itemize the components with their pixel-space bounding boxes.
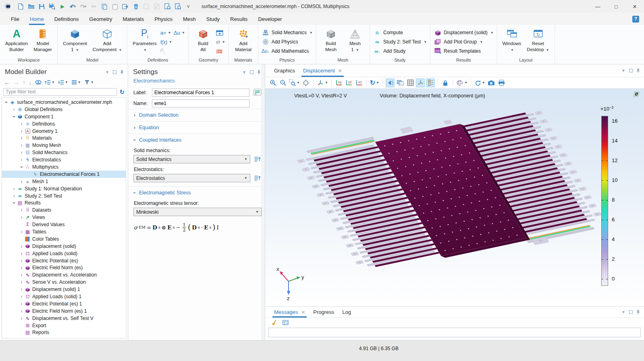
tree-expander-icon[interactable]: › xyxy=(19,164,25,169)
tree-item-solid-mechanics[interactable]: ›⊟Solid Mechanics xyxy=(2,149,126,156)
messages-tab-messages[interactable]: Messages✕ xyxy=(270,307,309,318)
tree-expander-icon[interactable]: › xyxy=(19,294,24,299)
save-search-icon[interactable] xyxy=(48,2,56,11)
build-all-button[interactable]: BuildAll xyxy=(192,26,214,54)
menu-study[interactable]: Study xyxy=(201,13,225,25)
tree-item-mesh-1[interactable]: ›▲Mesh 1 xyxy=(2,178,126,185)
solid-mechanics-select[interactable]: Solid Mechanics ▼ xyxy=(133,155,250,163)
section-coupled-interfaces[interactable]: › Coupled Interfaces Solid mechanics: So… xyxy=(128,134,265,186)
section-domain-selection[interactable]: › Domain Selection xyxy=(128,109,265,121)
tree-expander-icon[interactable]: › xyxy=(19,135,24,141)
tree-item-moving-mesh[interactable]: ›▦Moving Mesh xyxy=(2,142,126,149)
tree-item-sense-v-vs-acceleration[interactable]: ›∿Sense V vs. Acceleration xyxy=(2,278,126,286)
add-mathematics-button[interactable]: Δu↓Add Mathematics xyxy=(262,47,313,55)
help-button[interactable]: ? xyxy=(632,13,644,25)
build-mesh-button[interactable]: BuildMesh xyxy=(320,26,342,54)
zoom-extents-button[interactable] xyxy=(301,78,310,87)
open-folder-icon[interactable] xyxy=(27,2,35,11)
zoom-box-button[interactable]: ▼ xyxy=(289,78,300,87)
mesh-1-button[interactable]: Mesh1 ▼ xyxy=(344,26,366,54)
print-button[interactable] xyxy=(497,78,506,87)
tree-expander-icon[interactable]: › xyxy=(19,272,24,278)
settings-scrollbar[interactable] xyxy=(262,64,265,340)
tree-expander-icon[interactable]: › xyxy=(4,99,9,105)
graphics-tab-displacement[interactable]: Displacement✕ xyxy=(299,64,346,77)
tree-item-electromechanical-forces-1[interactable]: ϟElectromechanical Forces 1 xyxy=(2,171,126,178)
expand-levels-button[interactable]: ▼ xyxy=(45,80,55,85)
find-2-icon[interactable] xyxy=(173,2,182,11)
result-templates-button[interactable]: Result Templates xyxy=(434,47,494,55)
tree-expander-icon[interactable]: › xyxy=(19,179,24,184)
message-table-button[interactable] xyxy=(281,318,290,327)
undo-icon[interactable]: ↶˅ xyxy=(69,2,77,11)
tree-expander-icon[interactable]: › xyxy=(11,107,17,112)
add-component-button[interactable]: AddComponent ▼ xyxy=(91,26,124,54)
minimize-button[interactable]: — xyxy=(588,0,607,13)
cut-icon[interactable]: ✂ xyxy=(89,2,98,11)
tree-expander-icon[interactable]: › xyxy=(19,265,24,270)
panel-pin-icon[interactable] xyxy=(636,309,640,315)
add-plot-group-button[interactable]: Add Plot Group▼ xyxy=(434,38,494,46)
a-eq-button[interactable]: a=▼ xyxy=(160,29,172,36)
find-icon[interactable] xyxy=(163,2,172,11)
tree-expander-icon[interactable]: › xyxy=(19,229,24,235)
menu-file[interactable]: File xyxy=(6,13,25,25)
clear-broom-button[interactable] xyxy=(269,318,278,327)
tree-item-reports[interactable]: ▤Reports xyxy=(2,329,126,336)
panel-menu-icon[interactable]: ▼ xyxy=(105,70,109,74)
panel-pin-icon[interactable] xyxy=(636,68,640,73)
copy-icon[interactable] xyxy=(100,2,109,11)
selection-off-2-icon[interactable] xyxy=(152,2,161,11)
default-view-button[interactable]: ▼ xyxy=(316,78,328,87)
tree-item-materials[interactable]: ›⠿Materials xyxy=(2,134,126,142)
selection-off-icon[interactable] xyxy=(142,2,151,11)
graphics-tab-graphics[interactable]: Graphics xyxy=(270,64,299,77)
menu-geometry[interactable]: Geometry xyxy=(84,13,117,25)
accelerometer-3d-model[interactable] xyxy=(265,89,644,306)
menu-results[interactable]: Results xyxy=(225,13,253,25)
tree-expander-icon[interactable]: › xyxy=(19,128,24,134)
menu-mesh[interactable]: Mesh xyxy=(178,13,201,25)
menu-materials[interactable]: Materials xyxy=(117,13,149,25)
fence-red-button[interactable] xyxy=(216,48,225,55)
tree-item-electric-potential-es-1[interactable]: › Electric Potential (es) 1 xyxy=(2,300,126,307)
pi-gray-button[interactable]: Pi xyxy=(160,48,172,55)
menu-home[interactable]: Home xyxy=(25,13,49,25)
filter-input[interactable] xyxy=(3,88,117,96)
axis-orientation-button[interactable] xyxy=(416,78,425,87)
close-button[interactable]: ✕ xyxy=(625,0,644,13)
panel-float-icon[interactable] xyxy=(113,70,116,74)
nav-forward-button[interactable]: → xyxy=(13,79,19,85)
study-2-self-test-button[interactable]: ∞Study 2: Self Test▼ xyxy=(373,38,427,46)
tree-item-displacement-vs-self-test-v[interactable]: ›∿Displacement vs. Self Test V xyxy=(2,315,126,322)
tree-expander-icon[interactable]: › xyxy=(19,207,24,213)
tree-item-multiphysics[interactable]: ›∴Multiphysics xyxy=(2,163,126,171)
messages-tab-progress[interactable]: Progress xyxy=(309,307,338,318)
nav-back-button[interactable]: ← xyxy=(4,79,10,85)
panel-pin-icon[interactable] xyxy=(257,70,261,75)
compute-button[interactable]: =Compute xyxy=(373,29,427,37)
stress-tensor-select[interactable]: Minkowski ▼ xyxy=(133,208,262,216)
tree-expander-icon[interactable]: › xyxy=(11,193,17,199)
section-electromagnetic-stress[interactable]: › Electromagnetic Stress Electromagnetic… xyxy=(128,186,265,237)
show-toggle-button[interactable] xyxy=(35,80,42,85)
tree-expander-icon[interactable]: › xyxy=(19,142,24,148)
tree-item-datasets[interactable]: ›⠿Datasets xyxy=(2,206,126,214)
filter-funnel-button[interactable]: ▼ xyxy=(84,80,94,85)
tree-item-results[interactable]: ›▤Results xyxy=(2,199,126,206)
run-green-icon[interactable]: ▶ xyxy=(58,2,67,11)
tree-item-displacement-solid-1[interactable]: › Displacement (solid) 1 xyxy=(2,286,126,293)
add-physics-button[interactable]: Add Physics xyxy=(262,38,313,46)
view-xz-button[interactable]: xz xyxy=(355,78,364,87)
tree-item-study-2-self-test[interactable]: ›∞Study 2: Self Test xyxy=(2,192,126,200)
tree-item-study-1-normal-operation[interactable]: ›∞Study 1: Normal Operation xyxy=(2,185,126,192)
new-file-icon[interactable] xyxy=(16,2,25,11)
tree-expander-icon[interactable]: › xyxy=(19,150,24,155)
refresh-icon[interactable]: ↻ xyxy=(119,89,125,95)
collapse-levels-button[interactable]: ▼ xyxy=(58,80,68,85)
close-tab-icon[interactable]: ✕ xyxy=(338,68,342,74)
zoom-out-button[interactable] xyxy=(278,78,287,87)
transparency-button[interactable] xyxy=(396,78,405,87)
fx-button[interactable]: f(x)▼ xyxy=(160,39,172,45)
duplicate-icon[interactable] xyxy=(121,2,130,11)
